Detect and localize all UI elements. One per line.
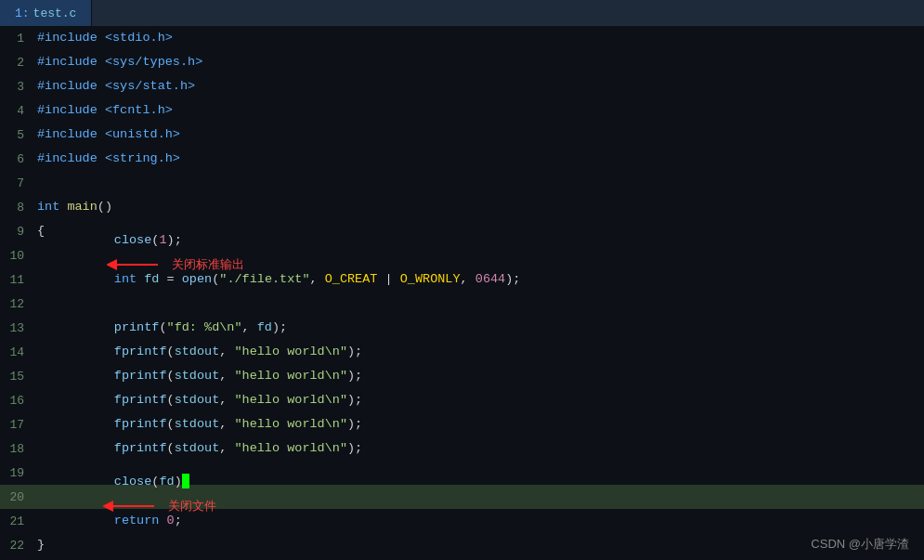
code-line: 1 #include <stdio.h> — [0, 26, 924, 50]
tab-number: 1: — [15, 7, 30, 20]
code-line: 21 return 0; — [0, 509, 924, 533]
code-line: 5 #include <unistd.h> — [0, 123, 924, 147]
code-line: 3 #include <sys/stat.h> — [0, 74, 924, 98]
code-line: 2 #include <sys/types.h> — [0, 50, 924, 74]
code-line: 6 #include <string.h> — [0, 147, 924, 171]
watermark: CSDN @小唐学渣 — [811, 536, 909, 553]
code-line-11: 11 int fd = open("./file.txt", O_CREAT |… — [0, 267, 924, 292]
code-line: 7 — [0, 171, 924, 195]
editor: 1: test.c 1 #include <stdio.h> 2 #includ… — [0, 0, 924, 560]
code-line: 22 } — [0, 533, 924, 557]
code-area: 1 #include <stdio.h> 2 #include <sys/typ… — [0, 26, 924, 560]
tab-bar: 1: test.c — [0, 0, 924, 26]
tab-filename: test.c — [33, 7, 77, 20]
tab-test-c[interactable]: 1: test.c — [0, 0, 92, 26]
code-line: 4 #include <fcntl.h> — [0, 98, 924, 123]
